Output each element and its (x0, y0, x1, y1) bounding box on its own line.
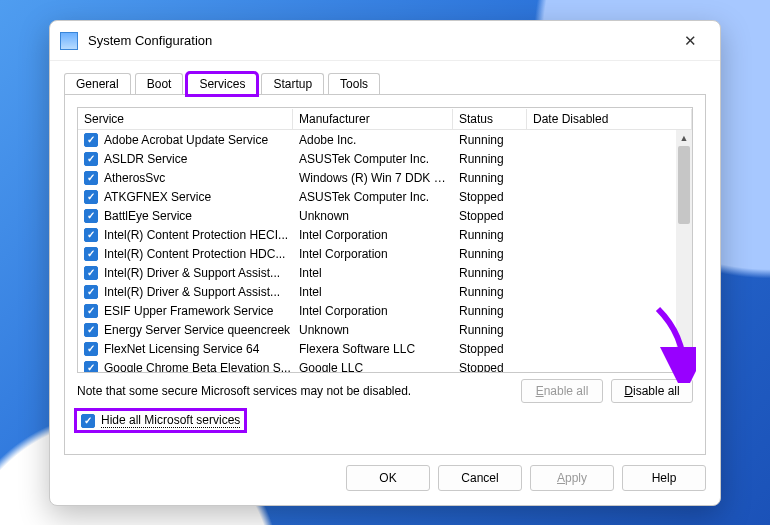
service-status: Stopped (453, 341, 527, 357)
services-panel: Service Manufacturer Status Date Disable… (64, 94, 706, 455)
service-date-disabled (527, 139, 692, 141)
service-date-disabled (527, 272, 692, 274)
table-row[interactable]: Adobe Acrobat Update ServiceAdobe Inc.Ru… (78, 130, 692, 149)
row-checkbox[interactable] (84, 209, 98, 223)
hide-microsoft-label: Hide all Microsoft services (101, 413, 240, 428)
service-name: Intel(R) Content Protection HECI... (104, 228, 288, 242)
service-name: Intel(R) Driver & Support Assist... (104, 285, 280, 299)
titlebar: System Configuration ✕ (50, 21, 720, 61)
checkbox-icon[interactable] (81, 414, 95, 428)
service-manufacturer: Unknown (293, 208, 453, 224)
tab-boot[interactable]: Boot (135, 73, 184, 95)
col-service[interactable]: Service (78, 109, 293, 129)
service-name: Google Chrome Beta Elevation S... (104, 361, 291, 373)
enable-all-button[interactable]: Enable all (521, 379, 603, 403)
service-status: Running (453, 284, 527, 300)
service-manufacturer: Flexera Software LLC (293, 341, 453, 357)
row-checkbox[interactable] (84, 133, 98, 147)
service-status: Running (453, 132, 527, 148)
dialog-buttons: OK Cancel Apply Help (50, 455, 720, 505)
table-row[interactable]: Intel(R) Content Protection HECI...Intel… (78, 225, 692, 244)
service-date-disabled (527, 291, 692, 293)
service-manufacturer: Google LLC (293, 360, 453, 373)
row-checkbox[interactable] (84, 152, 98, 166)
table-row[interactable]: FlexNet Licensing Service 64Flexera Soft… (78, 339, 692, 358)
service-name: AtherosSvc (104, 171, 165, 185)
col-status[interactable]: Status (453, 109, 527, 129)
col-manufacturer[interactable]: Manufacturer (293, 109, 453, 129)
service-date-disabled (527, 215, 692, 217)
tab-strip: General Boot Services Startup Tools (50, 61, 720, 94)
service-date-disabled (527, 253, 692, 255)
row-checkbox[interactable] (84, 266, 98, 280)
service-manufacturer: Intel Corporation (293, 227, 453, 243)
table-row[interactable]: Intel(R) Content Protection HDC...Intel … (78, 244, 692, 263)
service-status: Running (453, 151, 527, 167)
row-checkbox[interactable] (84, 342, 98, 356)
table-header: Service Manufacturer Status Date Disable… (78, 108, 692, 130)
service-manufacturer: ASUSTek Computer Inc. (293, 151, 453, 167)
system-configuration-window: System Configuration ✕ General Boot Serv… (49, 20, 721, 506)
service-date-disabled (527, 310, 692, 312)
table-row[interactable]: AtherosSvcWindows (R) Win 7 DDK p...Runn… (78, 168, 692, 187)
row-checkbox[interactable] (84, 247, 98, 261)
table-row[interactable]: Google Chrome Beta Elevation S...Google … (78, 358, 692, 372)
cancel-button[interactable]: Cancel (438, 465, 522, 491)
service-manufacturer: Intel (293, 284, 453, 300)
service-name: Adobe Acrobat Update Service (104, 133, 268, 147)
service-status: Stopped (453, 360, 527, 373)
service-date-disabled (527, 367, 692, 369)
row-checkbox[interactable] (84, 285, 98, 299)
service-manufacturer: ASUSTek Computer Inc. (293, 189, 453, 205)
tab-general[interactable]: General (64, 73, 131, 95)
service-status: Running (453, 265, 527, 281)
scroll-thumb[interactable] (678, 146, 690, 224)
row-checkbox[interactable] (84, 228, 98, 242)
scroll-down-icon[interactable]: ▼ (676, 356, 692, 372)
service-date-disabled (527, 177, 692, 179)
scrollbar[interactable]: ▲ ▼ (676, 130, 692, 372)
tab-tools[interactable]: Tools (328, 73, 380, 95)
service-status: Running (453, 303, 527, 319)
service-date-disabled (527, 348, 692, 350)
table-row[interactable]: ESIF Upper Framework ServiceIntel Corpor… (78, 301, 692, 320)
table-row[interactable]: Energy Server Service queencreekUnknownR… (78, 320, 692, 339)
app-icon (60, 32, 78, 50)
service-date-disabled (527, 234, 692, 236)
row-checkbox[interactable] (84, 323, 98, 337)
col-date-disabled[interactable]: Date Disabled (527, 109, 692, 129)
service-manufacturer: Intel (293, 265, 453, 281)
service-name: FlexNet Licensing Service 64 (104, 342, 259, 356)
table-row[interactable]: Intel(R) Driver & Support Assist...Intel… (78, 263, 692, 282)
close-icon[interactable]: ✕ (670, 32, 710, 50)
table-row[interactable]: BattlEye ServiceUnknownStopped (78, 206, 692, 225)
service-date-disabled (527, 158, 692, 160)
service-status: Stopped (453, 189, 527, 205)
ok-button[interactable]: OK (346, 465, 430, 491)
note-text: Note that some secure Microsoft services… (77, 384, 411, 398)
row-checkbox[interactable] (84, 171, 98, 185)
table-row[interactable]: Intel(R) Driver & Support Assist...Intel… (78, 282, 692, 301)
row-checkbox[interactable] (84, 361, 98, 373)
scroll-track[interactable] (676, 146, 692, 356)
scroll-up-icon[interactable]: ▲ (676, 130, 692, 146)
service-name: ATKGFNEX Service (104, 190, 211, 204)
service-name: Energy Server Service queencreek (104, 323, 290, 337)
table-row[interactable]: ATKGFNEX ServiceASUSTek Computer Inc.Sto… (78, 187, 692, 206)
tab-services[interactable]: Services (187, 73, 257, 95)
row-checkbox[interactable] (84, 304, 98, 318)
row-checkbox[interactable] (84, 190, 98, 204)
service-status: Running (453, 170, 527, 186)
table-row[interactable]: ASLDR ServiceASUSTek Computer Inc.Runnin… (78, 149, 692, 168)
table-body: Adobe Acrobat Update ServiceAdobe Inc.Ru… (78, 130, 692, 372)
disable-all-button[interactable]: Disable all (611, 379, 693, 403)
help-button[interactable]: Help (622, 465, 706, 491)
service-date-disabled (527, 196, 692, 198)
note-row: Note that some secure Microsoft services… (77, 379, 693, 403)
service-status: Running (453, 322, 527, 338)
hide-microsoft-checkbox[interactable]: Hide all Microsoft services (77, 411, 244, 430)
service-status: Stopped (453, 208, 527, 224)
service-manufacturer: Intel Corporation (293, 246, 453, 262)
apply-button[interactable]: Apply (530, 465, 614, 491)
tab-startup[interactable]: Startup (261, 73, 324, 95)
